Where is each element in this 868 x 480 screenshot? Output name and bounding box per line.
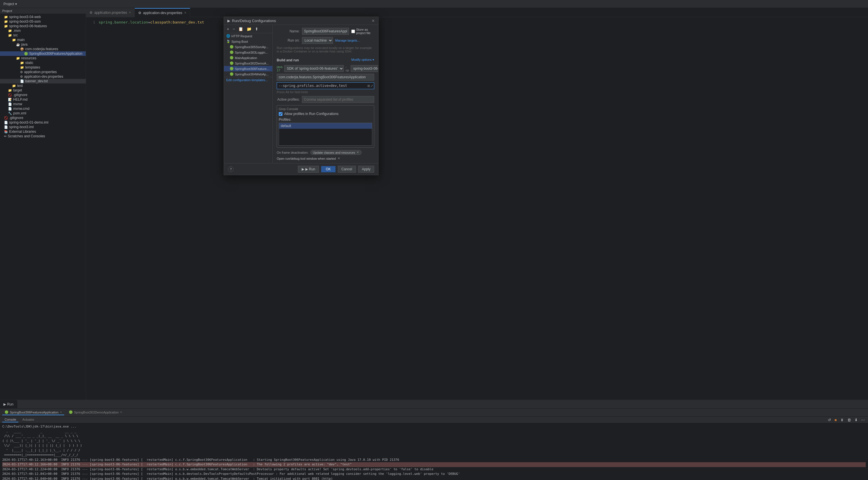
cancel-button[interactable]: Cancel [338,166,356,172]
rc-item-304web[interactable]: 🟢 SpringBoot304WebAp... [224,71,272,77]
sidebar-item-4[interactable]: 📁src [0,33,86,38]
rc-main-icon: 🟢 [230,56,234,60]
rc-item-302demo[interactable]: 🟢 SpringBoot302DemoA... [224,61,272,66]
sidebar-item-8[interactable]: 🟢SpringBoot306FeaturesApplication [0,51,86,56]
console-tab[interactable]: Console [2,417,18,422]
sidebar-item-19[interactable]: 📄mvnw [0,102,86,106]
sidebar-item-9[interactable]: 📁resources [0,56,86,61]
sidebar-item-5[interactable]: 📁main [0,38,86,42]
profiles-list[interactable]: default [279,123,372,146]
sidebar-item-0[interactable]: 📁spring-boot3-04-web [0,14,86,19]
sidebar-item-13[interactable]: ⚙application-dev.properties [0,74,86,79]
console-line-10: 2024-03-17T17:40:12.841+08:00 INFO 21376… [2,472,866,477]
on-frame-chip: Update classes and resources ✕ [310,150,362,155]
sidebar-item-3[interactable]: 📁.mvn [0,28,86,33]
on-frame-chip-close[interactable]: ✕ [356,151,359,154]
more-btn[interactable]: ⋯ [860,417,866,422]
rc-http-icon: 🌐 [226,34,230,38]
run-session-306[interactable]: 🟢 SpringBoot306FeaturesApplication ✕ [2,410,64,415]
sidebar-item-11[interactable]: 📁templates [0,65,86,70]
run-on-select[interactable]: Local machine [302,37,333,44]
project-menu[interactable]: Project ▾ [3,2,17,6]
name-input[interactable] [302,28,349,35]
active-profiles-input[interactable] [302,96,374,103]
main-class-input[interactable] [277,74,374,81]
sidebar-item-10[interactable]: 📁static [0,61,86,65]
tree-label-26: Scratches and Consoles [8,134,45,138]
help-button[interactable]: ? [228,166,234,172]
rc-remove-btn[interactable]: − [231,26,236,32]
sidebar-item-14[interactable]: 📄banner_dev.txt [0,79,86,84]
dialog-close-btn[interactable]: ✕ [372,19,375,23]
rc-add-btn[interactable]: + [226,26,230,32]
restart-btn[interactable]: ↺ [827,417,832,422]
sidebar-item-22[interactable]: 🚫.gitignore [0,116,86,120]
modify-options-btn[interactable]: Modify options ▾ [351,58,374,62]
sidebar-item-7[interactable]: 📦com.coderjia.features [0,47,86,51]
manage-targets-link[interactable]: Manage targets... [335,39,360,42]
rc-main-label: MainApplication [235,56,257,60]
sidebar-item-15[interactable]: 📁test [0,84,86,88]
pause-btn[interactable]: ⏸ [839,417,845,422]
editor-content[interactable]: 1 spring.banner.location=classpath:banne… [86,17,868,400]
scroll-btn[interactable]: ⬇ [854,417,859,422]
sidebar-item-21[interactable]: 🔧pom.xml [0,111,86,116]
tree-icon-19: 📄 [8,102,12,106]
store-as-project-checkbox[interactable] [351,30,355,33]
tab-close-dev[interactable]: ✕ [184,11,186,14]
tree-label-8: SpringBoot306FeaturesApplication [29,52,82,56]
tab-close[interactable]: ✕ [129,11,131,14]
sidebar-tree[interactable]: 📁spring-boot3-04-web📁spring-boot3-05-ssm… [0,14,86,400]
rc-item-305ssm[interactable]: 🟢 SpringBoot305SsmAp... [224,44,272,50]
tree-icon-18: 📝 [8,98,12,101]
rc-item-main[interactable]: 🟢 MainApplication [224,55,272,61]
rc-item-303log[interactable]: 🟢 SpringBoot303Loggin... [224,50,272,55]
rc-http-request[interactable]: 🌐 HTTP Request [224,33,272,39]
allow-profiles-checkbox[interactable] [279,112,282,116]
vm-expand-icon[interactable]: ⊞ [367,84,370,88]
on-frame-value: Update classes and resources [313,151,355,154]
classpath-select[interactable]: spring-boot3-06-features [351,65,378,72]
rc-306features-label: SpringBoot306Feature... [235,67,269,70]
run-session-302[interactable]: 🟢 SpringBoot302DemoApplication ✕ [66,410,124,415]
rc-304web-icon: 🟢 [230,72,234,76]
sidebar-item-26[interactable]: ✏Scratches and Consoles [0,134,86,138]
sidebar-item-25[interactable]: 📚External Libraries [0,129,86,134]
editor-tab-app-props[interactable]: ⚙ application.properties ✕ [86,8,135,17]
editor-tab-app-dev-props[interactable]: ⚙ application-dev.properties ✕ [135,8,190,17]
vm-options-input[interactable] [277,82,374,89]
session-306-close[interactable]: ✕ [60,411,62,414]
sidebar-item-2[interactable]: 📁spring-boot3-06-features [0,24,86,28]
name-field-row: Name: Store as project file [277,28,374,35]
sidebar-item-20[interactable]: 📄mvnw.cmd [0,106,86,111]
apply-button[interactable]: Apply [358,166,374,172]
sidebar-item-18[interactable]: 📝HELP.md [0,97,86,102]
sidebar-item-6[interactable]: ☕java [0,42,86,47]
bottom-tab-run[interactable]: ▶ Run [0,400,17,409]
profile-default[interactable]: default [279,123,372,129]
rc-306features-icon: 🟢 [230,67,234,70]
vm-fullscreen-icon[interactable]: ⤢ [371,84,373,88]
clear-btn[interactable]: 🗑 [846,417,852,422]
run-button[interactable]: ▶ ▶ Run [298,166,319,172]
edit-templates-btn[interactable]: Edit configuration templates... [224,77,272,83]
session-302-close[interactable]: ✕ [120,411,122,414]
sidebar-item-23[interactable]: 📄spring-boot3-01-demo.iml [0,120,86,125]
rc-item-306features[interactable]: 🟢 SpringBoot306Feature... [224,66,272,71]
stop-btn[interactable]: ■ [834,417,838,422]
tree-icon-3: 📁 [8,29,12,33]
sidebar-item-12[interactable]: ⚙application.properties [0,70,86,74]
ok-button[interactable]: OK [321,166,335,172]
open-window-close[interactable]: ✕ [338,157,340,160]
sidebar-item-16[interactable]: 📁target [0,88,86,93]
rc-move-btn[interactable]: ⬆ [254,26,259,32]
actuator-tab[interactable]: Actuator [20,417,36,422]
console-output[interactable]: C:\DevTools\JDK\jdk-17\bin\java.exe ... … [0,423,868,480]
sidebar-item-24[interactable]: 📄spring-boot3.iml [0,125,86,129]
sidebar-item-1[interactable]: 📁spring-boot3-05-ssm [0,19,86,24]
rc-folder-btn[interactable]: 📁 [245,26,253,32]
rc-copy-btn[interactable]: 📋 [237,26,244,32]
rc-spring-boot[interactable]: 🍃 Spring Boot [224,39,272,44]
sidebar-item-17[interactable]: 🚫.gitignore [0,93,86,97]
sdk-select[interactable]: SDK of 'spring-boot3-06-features' [284,65,344,72]
